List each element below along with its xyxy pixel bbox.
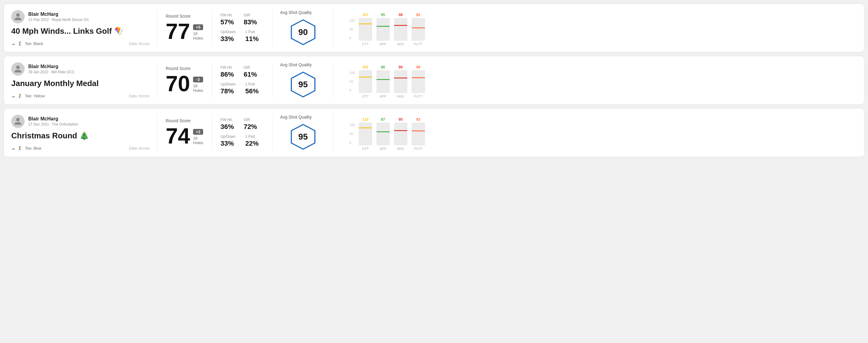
bar-background <box>394 18 407 41</box>
bar-fill-line <box>359 127 372 128</box>
chart-bar-column: 110OTT <box>357 117 374 151</box>
tee-label: Tee: Yellow <box>25 94 45 98</box>
bar-background <box>412 18 425 41</box>
bar-fill-line <box>394 130 407 131</box>
stat-fw-hit-value: 57% <box>220 18 234 26</box>
stat-fw-hit: FW Hit57% <box>220 13 234 26</box>
quality-score: 95 <box>298 80 308 89</box>
quality-section: Avg Shot Quality 95 <box>273 62 334 98</box>
bar-background <box>359 123 372 145</box>
stat-fw-hit-label: FW Hit <box>220 13 234 17</box>
bar-value-label: 110 <box>363 117 369 122</box>
stat-one-putt-value: 11% <box>245 35 259 43</box>
card-left-section: Blair McHarg12 Feb 2022 · Royal North De… <box>11 10 157 46</box>
score-badge-info: -218 Holes <box>193 76 203 95</box>
bar-background <box>359 70 372 93</box>
stats-row-1: FW Hit86%GIR61% <box>220 65 264 79</box>
bar-x-label: APP <box>380 147 386 151</box>
chart-bar-column: 86APP <box>375 65 392 98</box>
hexagon-container: 95 <box>289 71 317 98</box>
bar-fill-line <box>376 131 390 132</box>
bar-chart: 100500101OTT86APP96ARG99PUTT <box>341 65 851 98</box>
stat-up-down-label: Up/Down <box>220 134 235 139</box>
chart-section: 100500110OTT87APP95ARG93PUTT <box>334 115 857 151</box>
round-title: January Monthly Medal <box>11 79 150 88</box>
score-holes: 18 Holes <box>193 84 203 93</box>
bar-value-label: 98 <box>399 13 403 17</box>
bar-x-label: PUTT <box>414 42 423 46</box>
hexagon-container: 95 <box>289 123 317 151</box>
bar-background <box>412 70 425 93</box>
player-meta: 12 Feb 2022 · Royal North Devon GC <box>28 18 89 22</box>
stat-one-putt: 1 Putt22% <box>245 134 259 148</box>
weather-icon: ☁ <box>11 94 15 98</box>
score-label: Round Score <box>166 66 203 71</box>
chart-bar-column: 107OTT <box>357 13 374 46</box>
stat-one-putt-label: 1 Putt <box>245 134 259 139</box>
bar-x-label: OTT <box>362 147 369 151</box>
bar-fill-line <box>412 27 425 28</box>
y-axis: 100500 <box>349 19 355 46</box>
score-badge: +5 <box>193 24 203 30</box>
bar-fill-line <box>359 76 372 77</box>
y-axis-label: 100 <box>349 71 355 74</box>
stat-gir-value: 61% <box>244 70 257 79</box>
stats-row-2: Up/Down33%1 Putt11% <box>220 30 264 43</box>
stat-up-down: Up/Down33% <box>220 134 235 148</box>
quality-score: 95 <box>298 132 308 142</box>
bar-value-label: 96 <box>399 65 403 69</box>
stat-up-down-label: Up/Down <box>220 30 235 34</box>
bar-background <box>394 70 407 93</box>
chart-bar-column: 87APP <box>375 117 392 151</box>
player-info: Blair McHarg29 Jan 2022 · Mill Ride GCC <box>28 64 74 74</box>
round-card: Blair McHarg27 Dec 2021 · The Oxfordshir… <box>4 108 864 157</box>
card-left-section: Blair McHarg27 Dec 2021 · The Oxfordshir… <box>11 115 157 151</box>
bar-value-label: 87 <box>381 117 385 122</box>
quality-label: Avg Shot Quality <box>280 115 312 120</box>
stat-gir: GIR61% <box>244 65 257 79</box>
stat-gir-value: 83% <box>244 18 257 26</box>
score-badge: +2 <box>193 129 203 135</box>
card-footer: ☁🏌Tee: BlueData: Arccos <box>11 146 150 151</box>
y-axis-label: 100 <box>349 123 355 127</box>
chart-bar-column: 98ARG <box>392 13 409 46</box>
bar-x-label: APP <box>380 95 386 98</box>
data-source: Data: Arccos <box>129 94 150 98</box>
bar-value-label: 86 <box>381 65 385 69</box>
score-badge-info: +218 Holes <box>193 129 203 147</box>
score-section: Round Score70-218 Holes <box>157 62 212 98</box>
stats-row-2: Up/Down78%1 Putt56% <box>220 82 264 95</box>
bar-value-label: 93 <box>416 117 420 122</box>
chart-bar-column: 96ARG <box>392 65 409 98</box>
stat-fw-hit: FW Hit86% <box>220 65 234 79</box>
stat-fw-hit: FW Hit36% <box>220 118 234 131</box>
player-header: Blair McHarg29 Jan 2022 · Mill Ride GCC <box>11 62 150 76</box>
chart-bar-column: 93PUTT <box>410 117 427 151</box>
score-number: 74 <box>166 125 190 147</box>
bar-chart: 100500110OTT87APP95ARG93PUTT <box>341 117 851 151</box>
bar-x-label: ARG <box>397 42 404 46</box>
score-section: Round Score74+218 Holes <box>157 115 212 151</box>
bar-x-label: PUTT <box>414 147 423 151</box>
chart-bar-column: 95APP <box>375 13 392 46</box>
y-axis: 100500 <box>349 71 355 98</box>
avatar <box>11 62 25 76</box>
y-axis: 100500 <box>349 123 355 151</box>
player-name: Blair McHarg <box>28 116 78 122</box>
hexagon: 95 <box>289 71 317 98</box>
bar-fill-line <box>412 77 425 78</box>
chart-bar-column: 82PUTT <box>410 13 427 46</box>
stat-up-down-value: 78% <box>220 87 235 95</box>
round-title: 40 Mph Winds... Links Golf 🪁 <box>11 27 150 36</box>
bar-fill-line <box>359 23 372 24</box>
bar-background <box>376 70 390 93</box>
score-row: 70-218 Holes <box>166 73 203 95</box>
player-name: Blair McHarg <box>28 64 74 69</box>
bar-background <box>412 123 425 145</box>
score-badge: -2 <box>193 76 203 83</box>
score-holes: 18 Holes <box>193 31 203 40</box>
player-info: Blair McHarg27 Dec 2021 · The Oxfordshir… <box>28 116 78 126</box>
bar-background <box>394 123 407 145</box>
bar-value-label: 82 <box>416 13 420 17</box>
stat-one-putt: 1 Putt56% <box>245 82 259 95</box>
